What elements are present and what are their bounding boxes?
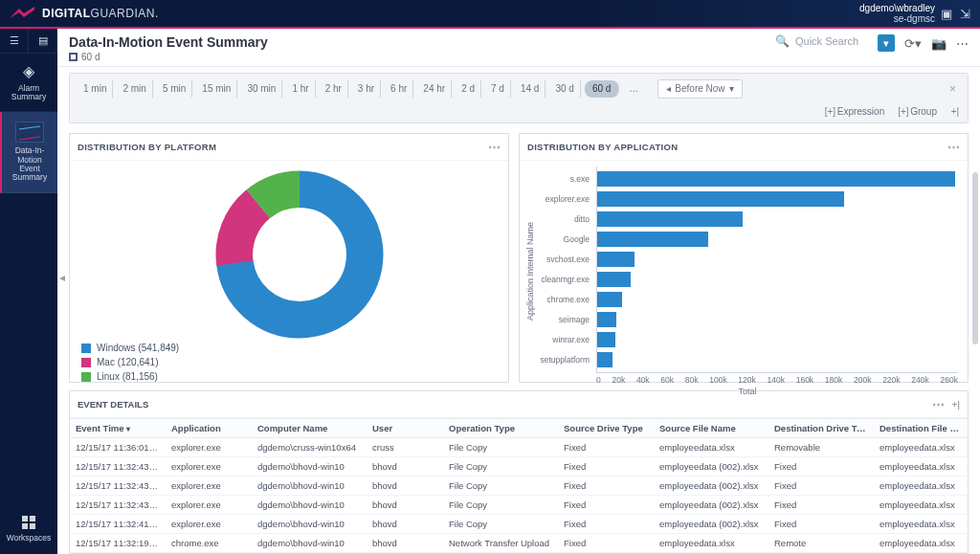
time-range-option[interactable]: 60 d (585, 80, 619, 98)
time-range-option[interactable]: 30 d (549, 80, 580, 98)
bar-row[interactable]: ditto (597, 211, 958, 228)
bar-category-label: ditto (538, 214, 593, 224)
table-row[interactable]: 12/15/17 11:32:19 amchrome.exedgdemo\bho… (70, 534, 968, 553)
time-range-option[interactable]: 2 hr (320, 80, 348, 98)
table-cell: bhovd (367, 476, 443, 495)
sidebar-toggle-left-icon[interactable]: ☰ (0, 29, 29, 54)
table-column-header[interactable]: Source File Name (654, 419, 768, 437)
bar-row[interactable]: cleanmgr.exe (597, 271, 958, 288)
add-filter-button[interactable]: +| (950, 106, 960, 117)
bar-category-label: explorer.exe (538, 194, 593, 204)
application-panel-menu[interactable]: ⋯ (947, 140, 960, 154)
user-menu-icon[interactable]: ⇲ (960, 7, 970, 21)
table-cell: 12/15/17 11:32:43 am (70, 457, 166, 476)
page-more-menu[interactable]: ⋯ (956, 36, 969, 51)
table-column-header[interactable]: Application (166, 419, 252, 437)
table-row[interactable]: 12/15/17 11:32:43 amexplorer.exedgdemo\b… (70, 476, 968, 496)
time-range-option[interactable]: 1 hr (286, 80, 315, 98)
table-cell: 12/15/17 11:32:43 am (70, 476, 166, 495)
table-cell: Remote (768, 534, 874, 552)
time-range-option[interactable]: 5 min (157, 80, 192, 98)
legend-item[interactable]: Linux (81,156) (81, 371, 179, 382)
add-group-button[interactable]: [+]Group (898, 106, 937, 117)
platform-panel-menu[interactable]: ⋯ (488, 140, 501, 154)
table-column-header[interactable]: Computer Name (252, 419, 367, 437)
table-column-header[interactable]: Event Time (70, 419, 166, 437)
sidebar-item-dim-event-summary[interactable]: Data-In-Motion Event Summary (0, 112, 57, 192)
table-column-header[interactable]: Destination Drive Type (768, 419, 874, 437)
legend-item[interactable]: Windows (541,849) (81, 343, 179, 353)
time-range-option[interactable]: 30 min (241, 80, 282, 98)
table-cell: Network Transfer Upload (443, 534, 558, 552)
legend-item[interactable]: Mac (120,641) (81, 357, 179, 367)
time-range-option[interactable]: 1 min (78, 80, 113, 98)
table-cell: bhovd (367, 457, 443, 476)
x-tick-label: 80k (685, 375, 699, 385)
bar-row[interactable]: s.exe (597, 170, 958, 188)
refresh-button[interactable]: ⟳▾ (904, 36, 922, 51)
bar-row[interactable]: chrome.exe (597, 291, 958, 308)
bar-row[interactable]: setupplatform (597, 351, 958, 368)
timebar-close-icon[interactable]: × (946, 81, 960, 97)
brand-light: GUARDIAN. (91, 7, 159, 20)
bar-row[interactable]: winrar.exe (597, 331, 958, 348)
platform-panel-title: DISTRIBUTION BY PLATFORM (78, 142, 216, 152)
bar-row[interactable]: explorer.exe (597, 190, 958, 208)
panel-resize-handle-icon[interactable]: ◂ (59, 271, 67, 284)
table-cell: dgdemo\cruss-win10x64 (252, 438, 367, 456)
sidebar-toggle-right-icon[interactable]: ▤ (29, 29, 57, 54)
bar-category-label: svchost.exe (538, 255, 593, 264)
user-tenant: se-dgmsc (859, 13, 935, 24)
time-range-option[interactable]: 7 d (485, 80, 511, 98)
page-header: Data-In-Motion Event Summary 60 d 🔍 Quic… (57, 29, 980, 67)
time-range-option[interactable]: 6 hr (385, 80, 413, 98)
event-details-menu[interactable]: ⋯ (932, 397, 945, 411)
event-details-expand-icon[interactable]: +| (952, 399, 960, 410)
legend-swatch (81, 372, 91, 382)
time-range-option[interactable]: 2 d (456, 80, 481, 98)
table-cell: employeedata (002).xlsx (654, 476, 768, 495)
bar-row[interactable]: svchost.exe (597, 251, 958, 268)
table-cell: employeedata.xlsx (654, 438, 768, 456)
sidebar-item-workspaces[interactable]: Workspaces (0, 506, 57, 554)
table-cell: File Copy (443, 476, 558, 495)
x-tick-label: 0 (596, 375, 601, 385)
time-range-option[interactable]: 14 d (515, 80, 546, 98)
brand-text: DIGITALGUARDIAN. (42, 7, 159, 20)
notifications-icon[interactable]: ▣ (941, 7, 952, 21)
time-range-option[interactable]: 24 hr (417, 80, 452, 98)
table-cell: Removable (768, 438, 874, 456)
platform-donut-chart[interactable] (213, 168, 386, 341)
bar-row[interactable]: seimage (597, 311, 958, 328)
left-sidebar: ☰ ▤ ◈ Alarm Summary Data-In-Motion Event… (0, 29, 57, 554)
page-title: Data-In-Motion Event Summary (69, 34, 775, 50)
table-row[interactable]: 12/15/17 11:36:01 amexplorer.exedgdemo\c… (70, 438, 968, 457)
quick-search[interactable]: 🔍 Quick Search (775, 34, 858, 48)
add-expression-button[interactable]: [+]Expression (825, 106, 884, 117)
table-column-header[interactable]: Source Drive Type (558, 419, 654, 437)
x-tick-label: 140k (768, 375, 785, 385)
bar-rect (597, 232, 708, 247)
before-now-dropdown[interactable]: ◂Before Now▾ (657, 79, 742, 99)
time-range-option[interactable]: 15 min (196, 80, 237, 98)
time-range-option[interactable]: 2 min (117, 80, 152, 98)
x-tick-label: 40k (636, 375, 650, 385)
table-cell: employeedata (002).xlsx (654, 496, 768, 514)
snapshot-button[interactable]: 📷 (931, 36, 947, 51)
table-cell: employeedata.xlsx (874, 438, 968, 456)
time-range-option[interactable]: 3 hr (352, 80, 381, 98)
table-row[interactable]: 12/15/17 11:32:43 amexplorer.exedgdemo\b… (70, 457, 968, 476)
time-range-more[interactable]: … (623, 80, 644, 98)
user-block[interactable]: dgdemo\wbradley se-dgmsc (859, 3, 941, 24)
filter-button[interactable]: ▾ (878, 34, 895, 52)
vertical-scrollbar[interactable] (972, 172, 978, 344)
application-bar-chart[interactable]: Application Internal Name s.exeexplorer.… (520, 161, 968, 382)
table-row[interactable]: 12/15/17 11:32:43 amexplorer.exedgdemo\b… (70, 496, 968, 515)
table-column-header[interactable]: Destination File Name (874, 419, 968, 437)
table-cell: bhovd (367, 496, 443, 514)
table-row[interactable]: 12/15/17 11:32:41 amexplorer.exedgdemo\b… (70, 515, 968, 534)
sidebar-item-alarm-summary[interactable]: ◈ Alarm Summary (0, 54, 57, 112)
bar-row[interactable]: Google (597, 231, 958, 248)
table-column-header[interactable]: User (367, 419, 443, 437)
table-column-header[interactable]: Operation Type (443, 419, 558, 437)
